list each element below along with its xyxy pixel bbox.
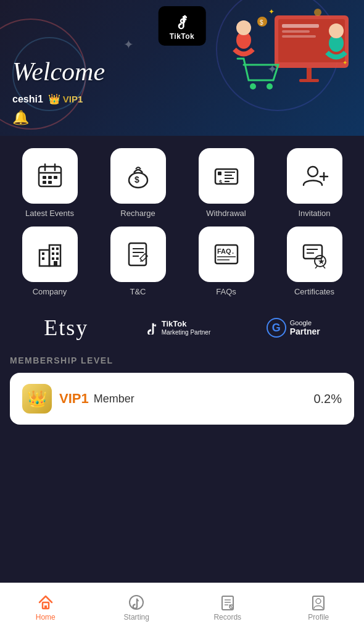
menu-item-certificates[interactable]: ★ Certificates xyxy=(275,227,354,296)
tiktok-small-icon xyxy=(144,321,158,335)
svg-point-9 xyxy=(267,83,273,89)
svg-text:$: $ xyxy=(134,175,139,185)
svg-point-37 xyxy=(308,167,318,177)
document-icon xyxy=(124,240,152,268)
svg-text:.: . xyxy=(232,247,234,255)
nav-item-home[interactable]: Home xyxy=(0,583,91,632)
hero-section: ✦ ✦ ✦ TikTok xyxy=(0,0,364,136)
svg-point-77 xyxy=(316,599,321,604)
tc-label: T&C xyxy=(130,287,146,296)
menu-item-latest-events[interactable]: Latest Events xyxy=(10,148,89,218)
menu-item-invitation[interactable]: Invitation xyxy=(275,148,354,218)
svg-rect-50 xyxy=(54,261,57,266)
nav-item-starting[interactable]: Starting xyxy=(91,583,183,632)
nav-label-starting: Starting xyxy=(124,613,149,622)
svg-point-11 xyxy=(236,20,251,35)
nav-item-profile[interactable]: Profile xyxy=(273,583,365,632)
bell-area[interactable]: 🔔 xyxy=(12,110,29,126)
member-type-label: Member xyxy=(94,393,134,405)
member-info: VIP1 Member xyxy=(59,391,134,407)
svg-text:✦: ✦ xyxy=(342,59,347,66)
svg-point-8 xyxy=(250,83,256,89)
member-crown-icon: 👑 xyxy=(22,384,52,414)
svg-point-13 xyxy=(329,23,344,38)
nav-label-records: Records xyxy=(213,613,241,622)
svg-rect-43 xyxy=(42,257,44,260)
svg-rect-27 xyxy=(48,181,52,184)
menu-item-recharge[interactable]: $ Recharge xyxy=(98,148,178,218)
svg-rect-45 xyxy=(56,247,59,250)
svg-text:$: $ xyxy=(219,179,222,185)
money-bag-icon: $ xyxy=(124,162,152,190)
user-info: ceshi1 👑 VIP1 xyxy=(12,93,83,105)
membership-left: 👑 VIP1 Member xyxy=(22,384,134,414)
starting-tiktok-icon xyxy=(128,594,144,610)
user-add-icon xyxy=(300,162,329,190)
menu-item-withdrawal[interactable]: $ Withdrawal xyxy=(186,148,266,218)
membership-title: MEMBERSHIP LEVEL xyxy=(10,356,354,365)
svg-rect-4 xyxy=(282,30,310,33)
menu-item-tc[interactable]: T&C xyxy=(98,227,178,296)
withdrawal-icon-box: $ xyxy=(199,148,254,204)
invitation-label: Invitation xyxy=(298,209,330,218)
vip-badge: 👑 VIP1 xyxy=(48,93,83,105)
svg-rect-3 xyxy=(282,24,319,28)
svg-rect-24 xyxy=(48,176,52,179)
svg-rect-44 xyxy=(52,247,54,250)
svg-rect-25 xyxy=(54,176,57,179)
nav-label-profile: Profile xyxy=(308,613,329,622)
certificate-icon: ★ xyxy=(300,240,329,268)
svg-point-16 xyxy=(314,9,321,16)
svg-rect-7 xyxy=(299,79,319,82)
faqs-label: FAQs xyxy=(216,287,236,296)
svg-rect-31 xyxy=(218,172,221,175)
home-icon xyxy=(38,594,54,610)
svg-rect-42 xyxy=(42,252,44,255)
menu-item-faqs[interactable]: FAQ . FAQs xyxy=(186,227,266,296)
icon-grid: Latest Events $ Recharge $ xyxy=(10,136,354,302)
tiktok-badge-label: TikTok xyxy=(170,32,195,41)
faq-icon: FAQ . xyxy=(212,240,241,268)
svg-rect-71 xyxy=(222,596,233,610)
nav-item-records[interactable]: Records xyxy=(182,583,273,632)
tc-icon-box xyxy=(110,227,166,282)
tiktok-badge: TikTok xyxy=(159,6,206,46)
vip-label: VIP1 xyxy=(63,94,83,104)
nav-label-home: Home xyxy=(36,613,56,622)
bell-icon[interactable]: 🔔 xyxy=(12,110,29,125)
svg-text:$: $ xyxy=(260,19,263,26)
tiktok-partner-logo: TikTok Marketing Partner xyxy=(144,319,210,336)
google-partner-text: Google Partner xyxy=(290,319,320,336)
main-content: Latest Events $ Recharge $ xyxy=(0,136,364,490)
membership-section: MEMBERSHIP LEVEL 👑 VIP1 Member 0.2% xyxy=(10,356,354,434)
svg-rect-48 xyxy=(52,257,54,260)
invitation-icon-box xyxy=(287,148,342,204)
partners-row: Etsy TikTok Marketing Partner G Google P… xyxy=(10,302,354,356)
svg-rect-5 xyxy=(282,35,316,38)
username: ceshi1 xyxy=(12,94,43,105)
welcome-text: Welcome xyxy=(12,57,105,86)
etsy-logo: Etsy xyxy=(44,315,88,341)
tiktok-icon xyxy=(172,11,192,31)
recharge-icon-box: $ xyxy=(110,148,166,204)
svg-text:FAQ: FAQ xyxy=(217,247,231,255)
svg-rect-26 xyxy=(43,181,46,184)
menu-item-company[interactable]: Company xyxy=(10,227,89,296)
svg-rect-49 xyxy=(56,257,59,260)
membership-card[interactable]: 👑 VIP1 Member 0.2% xyxy=(10,373,354,425)
latest-events-icon-box xyxy=(22,148,78,204)
recharge-label: Recharge xyxy=(120,209,155,218)
crown-icon: 👑 xyxy=(48,93,60,105)
hero-illustration: $ ✦ ✦ xyxy=(213,3,361,127)
company-label: Company xyxy=(33,287,67,296)
member-percent: 0.2% xyxy=(313,392,342,406)
building-icon xyxy=(36,240,64,268)
svg-text:✦: ✦ xyxy=(268,7,275,16)
company-icon-box xyxy=(22,227,78,282)
member-vip-label: VIP1 xyxy=(59,391,89,407)
svg-rect-23 xyxy=(43,176,46,179)
svg-rect-69 xyxy=(44,605,47,609)
certificates-icon-box: ★ xyxy=(287,227,342,282)
tiktok-partner-text: TikTok Marketing Partner xyxy=(162,319,210,336)
profile-icon xyxy=(310,594,326,610)
